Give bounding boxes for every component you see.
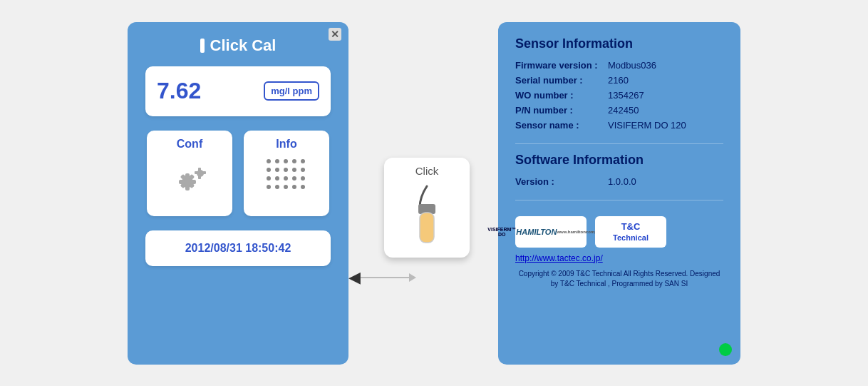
right-panel: Sensor Information Firmware version : Mo…	[498, 22, 740, 365]
serial-row: Serial number : 2160	[515, 75, 723, 86]
gear-icon	[165, 156, 215, 199]
right-panel-wrapper: Sensor Information Firmware version : Mo…	[491, 22, 740, 365]
sensor-info-title: Sensor Information	[515, 36, 723, 51]
svg-rect-1	[185, 173, 190, 179]
info-label: Info	[276, 138, 296, 151]
hamilton-logo: VISIFERM™ DO HAMILTON www.hamiltoncompan…	[515, 216, 587, 248]
arrow-area: ◀	[348, 268, 410, 287]
click-label: Click	[415, 165, 439, 177]
wo-row: WO number : 1354267	[515, 90, 723, 101]
logos-row: VISIFERM™ DO HAMILTON www.hamiltoncompan…	[515, 216, 723, 248]
close-button[interactable]: ✕	[329, 28, 341, 41]
conf-button[interactable]: Conf	[147, 131, 232, 216]
firmware-row: Firmware version : Modbus036	[515, 60, 723, 71]
wo-value: 1354267	[608, 90, 644, 101]
serial-label: Serial number :	[515, 75, 608, 86]
sensor-name-row: Sensor name : VISIFERM DO 120	[515, 120, 723, 131]
sensor-unit: mg/l ppm	[264, 81, 319, 101]
conf-label: Conf	[177, 138, 202, 151]
datetime-value: 2012/08/31 18:50:42	[185, 242, 291, 255]
version-label: Version :	[515, 176, 608, 187]
left-panel: ✕ Click Cal 7.62 mg/l ppm Conf	[128, 22, 348, 365]
arrow-head	[409, 273, 416, 282]
pn-label: P/N number :	[515, 105, 608, 116]
datetime-display: 2012/08/31 18:50:42	[145, 230, 331, 266]
firmware-label: Firmware version :	[515, 60, 608, 71]
pn-value: 242450	[608, 105, 639, 116]
status-dot	[719, 343, 732, 356]
main-container: ✕ Click Cal 7.62 mg/l ppm Conf	[0, 0, 868, 386]
buttons-row: Conf	[147, 131, 329, 216]
divider	[515, 143, 723, 144]
svg-rect-12	[195, 171, 198, 174]
svg-rect-10	[198, 168, 201, 171]
version-row: Version : 1.0.0.0	[515, 176, 723, 187]
click-box[interactable]: Click	[384, 158, 470, 258]
svg-rect-11	[198, 176, 201, 179]
arrow-line	[361, 277, 410, 278]
sensor-icon	[405, 183, 448, 247]
website-link[interactable]: http://www.tactec.co.jp/	[515, 253, 723, 263]
wo-label: WO number :	[515, 90, 608, 101]
middle-area: ◀ Click	[370, 129, 484, 258]
divider2	[515, 200, 723, 200]
value-display: 7.62 mg/l ppm	[145, 66, 331, 116]
sensor-name-value: VISIFERM DO 120	[608, 120, 686, 131]
title-icon	[200, 39, 205, 53]
panel-title: Click Cal	[200, 36, 277, 55]
version-value: 1.0.0.0	[608, 176, 636, 187]
pn-row: P/N number : 242450	[515, 105, 723, 116]
tc-logo: T&CTechnical	[595, 216, 666, 248]
dots-grid-icon	[267, 159, 306, 191]
sensor-value: 7.62	[157, 78, 201, 104]
svg-rect-2	[185, 185, 190, 191]
copyright-text: Copyright © 2009 T&C Technical All Right…	[515, 269, 723, 289]
panel-title-text: Click Cal	[210, 36, 277, 55]
firmware-value: Modbus036	[608, 60, 656, 71]
serial-value: 2160	[608, 75, 629, 86]
sensor-name-label: Sensor name :	[515, 120, 608, 131]
cursor-icon: ◀	[348, 268, 361, 287]
svg-rect-13	[202, 171, 206, 174]
info-button[interactable]: Info	[244, 131, 329, 216]
svg-rect-15	[420, 213, 434, 243]
software-info-title: Software Information	[515, 153, 723, 168]
